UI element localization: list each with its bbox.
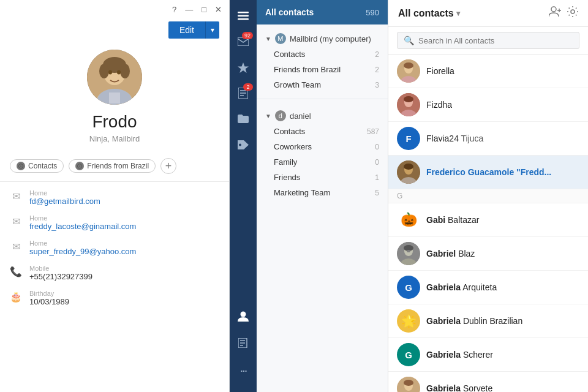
contact-name-fizdha: Fizdha bbox=[426, 100, 579, 110]
tag-contacts[interactable]: ⊙ Contacts bbox=[10, 159, 64, 173]
group-daniel-title: daniel bbox=[290, 111, 311, 121]
search-input[interactable] bbox=[418, 36, 573, 45]
list-item[interactable]: Gabriel Blaz bbox=[388, 237, 588, 271]
list-item[interactable]: Frederico Guacamole "Fredd... bbox=[388, 156, 588, 189]
group-item-friends-brazil-count: 2 bbox=[375, 66, 379, 74]
list-item[interactable]: G Gabriela Scherer bbox=[388, 338, 588, 372]
avatar-gabriela-scherer: G bbox=[397, 343, 420, 366]
list-item[interactable]: 🌟 Gabriela Dublin Brazilian bbox=[388, 304, 588, 338]
nav-starred[interactable] bbox=[231, 55, 255, 80]
phone-label: Mobile bbox=[29, 265, 92, 272]
contact-name-fiorella: Fiorella bbox=[426, 66, 579, 76]
nav-notes[interactable] bbox=[231, 331, 255, 355]
email-row-2: ✉ Home freddy_lacoste@ginamail.com bbox=[10, 214, 219, 231]
phone-value[interactable]: +55(21)32927399 bbox=[29, 272, 92, 281]
group-item-friends[interactable]: Friends 1 bbox=[257, 170, 388, 185]
group-daniel-arrow: ▼ bbox=[265, 113, 271, 119]
nav-folders[interactable] bbox=[231, 107, 255, 131]
settings-button[interactable] bbox=[567, 6, 578, 20]
group-daniel-header[interactable]: ▼ d daniel bbox=[257, 105, 388, 124]
email-icon-3: ✉ bbox=[10, 241, 22, 252]
email-icon-2: ✉ bbox=[10, 216, 22, 227]
all-contacts-header[interactable]: All contacts 590 bbox=[257, 0, 388, 24]
nav-mail[interactable]: 92 bbox=[231, 29, 255, 54]
group-item-friends-brazil-label: Friends from Brazil bbox=[274, 65, 341, 74]
svg-rect-9 bbox=[109, 92, 120, 104]
email-value-1[interactable]: fd@getmailbird.com bbox=[29, 197, 100, 206]
minimize-button[interactable]: — bbox=[185, 5, 193, 14]
phone-row: 📞 Mobile +55(21)32927399 bbox=[10, 265, 219, 281]
contact-info-fiorella: Fiorella bbox=[426, 66, 579, 76]
svg-marker-14 bbox=[238, 62, 249, 73]
search-input-wrap[interactable]: 🔍 bbox=[397, 32, 579, 49]
group-item-contacts-mailbird[interactable]: Contacts 2 bbox=[257, 47, 388, 62]
svg-point-25 bbox=[551, 7, 556, 12]
email-label-3: Home bbox=[29, 239, 136, 247]
group-daniel: ▼ d daniel Contacts 587 Coworkers 0 Fami… bbox=[257, 102, 388, 204]
contact-name-gabriela-arquiteta: Gabriela Arquiteta bbox=[426, 282, 579, 292]
email-value-2[interactable]: freddy_lacoste@ginamail.com bbox=[29, 222, 136, 231]
right-header: All contacts ▾ bbox=[388, 0, 588, 27]
birthday-label: Birthday bbox=[29, 290, 69, 297]
nav-contacts[interactable] bbox=[231, 304, 255, 328]
svg-point-36 bbox=[404, 96, 413, 102]
contacts-list: Fiorella Fizdha F Flavia24 Tijuca bbox=[388, 55, 588, 392]
list-item[interactable]: Fiorella bbox=[388, 55, 588, 88]
maximize-button[interactable]: □ bbox=[202, 5, 206, 14]
group-item-contacts-daniel-label: Contacts bbox=[274, 127, 305, 136]
search-icon: 🔍 bbox=[404, 36, 414, 45]
list-item[interactable]: Fizdha bbox=[388, 88, 588, 122]
tag-friends-brazil[interactable]: ⊙ Friends from Brazil bbox=[69, 159, 156, 173]
avatar-frederico bbox=[397, 160, 420, 184]
nav-tags[interactable] bbox=[231, 132, 255, 157]
nav-drafts[interactable]: 2 bbox=[231, 81, 255, 105]
group-item-growth-team[interactable]: Growth Team 3 bbox=[257, 77, 388, 92]
right-title-chevron[interactable]: ▾ bbox=[456, 9, 460, 18]
edit-button[interactable]: Edit bbox=[168, 21, 205, 39]
svg-rect-12 bbox=[238, 18, 249, 20]
contact-subtitle: Ninja, Mailbird bbox=[89, 134, 140, 143]
group-item-contacts-mailbird-label: Contacts bbox=[274, 50, 305, 59]
svg-point-19 bbox=[239, 143, 241, 146]
nav-more[interactable]: ··· bbox=[231, 358, 255, 382]
edit-dropdown-button[interactable]: ▾ bbox=[205, 21, 219, 39]
list-item[interactable]: Gabriela Sorvete bbox=[388, 372, 588, 392]
tag-icon2: ⊙ bbox=[75, 162, 84, 170]
close-button[interactable]: ✕ bbox=[215, 5, 222, 14]
nav-menu[interactable] bbox=[231, 4, 255, 28]
avatar-fizdha bbox=[397, 93, 420, 116]
group-item-friends-brazil[interactable]: Friends from Brazil 2 bbox=[257, 62, 388, 77]
svg-point-45 bbox=[407, 250, 410, 252]
list-item[interactable]: F Flavia24 Tijuca bbox=[388, 122, 588, 156]
avatar-flavia24: F bbox=[397, 127, 420, 150]
help-button[interactable]: ? bbox=[172, 5, 176, 14]
contact-name-gabriela-sorvete: Gabriela Sorvete bbox=[426, 383, 579, 392]
avatar-gabriela-sorvete bbox=[397, 377, 420, 392]
svg-point-6 bbox=[108, 70, 112, 75]
all-contacts-count: 590 bbox=[366, 8, 379, 17]
email-value-3[interactable]: super_freddy_99@yahoo.com bbox=[29, 247, 136, 256]
edit-section: Edit ▾ bbox=[0, 19, 229, 43]
list-item[interactable]: 🎃 Gabi Baltazar bbox=[388, 203, 588, 237]
contact-name-flavia24: Flavia24 Tijuca bbox=[426, 134, 579, 143]
contact-info-flavia24: Flavia24 Tijuca bbox=[426, 134, 579, 143]
search-bar: 🔍 bbox=[388, 27, 588, 55]
list-item[interactable]: G Gabriela Arquiteta bbox=[388, 271, 588, 304]
group-item-friends-label: Friends bbox=[274, 173, 300, 182]
section-letter-g: G bbox=[388, 189, 588, 203]
group-item-family-label: Family bbox=[274, 157, 297, 167]
add-tag-button[interactable]: + bbox=[160, 158, 176, 174]
group-item-marketing[interactable]: Marketing Team 5 bbox=[257, 185, 388, 200]
avatar-gabi: 🎃 bbox=[397, 208, 420, 232]
group-mailbird-header[interactable]: ▼ M Mailbird (my computer) bbox=[257, 28, 388, 47]
contact-info-gabriela-dublin: Gabriela Dublin Brazilian bbox=[426, 316, 579, 326]
contact-name-frederico: Frederico Guacamole "Fredd... bbox=[426, 167, 579, 177]
group-item-coworkers[interactable]: Coworkers 0 bbox=[257, 139, 388, 154]
group-item-family[interactable]: Family 0 bbox=[257, 154, 388, 170]
add-person-button[interactable] bbox=[549, 6, 561, 20]
svg-point-7 bbox=[117, 70, 121, 75]
all-contacts-label: All contacts bbox=[265, 7, 314, 17]
group-mailbird: ▼ M Mailbird (my computer) Contacts 2 Fr… bbox=[257, 24, 388, 96]
group-item-contacts-daniel[interactable]: Contacts 587 bbox=[257, 124, 388, 139]
middle-panel: All contacts 590 ▼ M Mailbird (my comput… bbox=[257, 0, 388, 392]
